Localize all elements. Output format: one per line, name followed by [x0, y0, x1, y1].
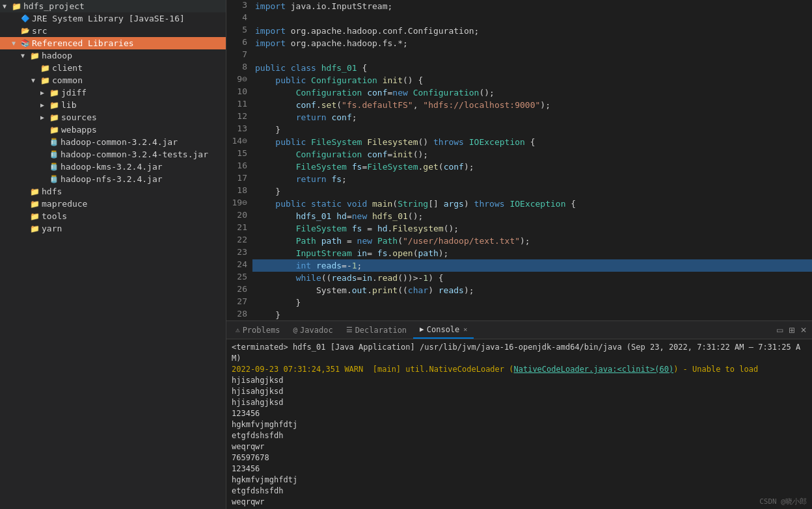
line-content: } [252, 124, 812, 136]
sidebar: ▼ 📁 hdfs_project ▶ 🔷 JRE System Library … [0, 0, 226, 509]
sidebar-item-mapreduce[interactable]: ▶ 📁 mapreduce [0, 198, 226, 210]
arrow-mapreduce: ▶ [21, 200, 30, 207]
sidebar-item-hdfs-project[interactable]: ▼ 📁 hdfs_project [0, 0, 226, 12]
table-row: 23 InputStream in= fs.open(path); [226, 247, 812, 259]
console-line: hjisahgjksd [232, 375, 807, 386]
sidebar-item-hdfs[interactable]: ▶ 📁 hdfs [0, 185, 226, 198]
sidebar-label-client: client [52, 63, 83, 73]
lib-folder-icon: 📁 [49, 101, 59, 110]
arrow-hadoop: ▼ [21, 52, 30, 59]
line-number: 3 [226, 0, 252, 12]
line-content: } [252, 309, 812, 320]
console-line: 123456 [232, 408, 807, 419]
table-row: 12 return conf; [226, 111, 812, 124]
table-row: 10 Configuration conf=new Configuration(… [226, 86, 812, 99]
table-row: 27 } [226, 296, 812, 309]
sidebar-label-hadoop-common-jar: hadoop-common-3.2.4.jar [61, 137, 178, 147]
line-number: 4 [226, 12, 252, 25]
sidebar-item-webapps[interactable]: ▶ 📁 webapps [0, 124, 226, 136]
sidebar-item-hadoop-common-tests-jar[interactable]: ▶ 🫙 hadoop-common-3.2.4-tests.jar [0, 148, 226, 161]
console-icon: ▶ [420, 325, 424, 333]
tab-console[interactable]: ▶ Console ✕ [413, 321, 474, 339]
arrow-hkms-jar: ▶ [40, 163, 49, 170]
src-icon: 📂 [21, 27, 30, 35]
sidebar-item-yarn[interactable]: ▶ 📁 yarn [0, 222, 226, 235]
console-tab-close[interactable]: ✕ [463, 326, 467, 333]
code-area[interactable]: 3 import java.io.InputStream; 4 5 import… [226, 0, 812, 320]
maximize-btn[interactable]: ⊞ [786, 324, 798, 336]
table-row: 26 System.out.print((char) reads); [226, 284, 812, 296]
table-row: 16 FileSystem fs=FileSystem.get(conf); [226, 161, 812, 173]
arrow-common: ▼ [31, 77, 40, 84]
table-row: 28 } [226, 309, 812, 320]
tab-declaration[interactable]: ☰ Declaration [340, 321, 413, 339]
table-row: 18 } [226, 185, 812, 198]
sidebar-item-hadoop-kms-jar[interactable]: ▶ 🫙 hadoop-kms-3.2.4.jar [0, 161, 226, 173]
line-number: 24 [226, 259, 252, 272]
line-number: 27 [226, 296, 252, 309]
sidebar-label-common: common [52, 75, 83, 85]
line-content: System.out.print((char) reads); [252, 284, 812, 296]
arrow-hdfs-project: ▼ [3, 3, 12, 10]
console-line: etgfdshsfdh [232, 486, 807, 497]
sidebar-label-hadoop-nfs-jar: hadoop-nfs-3.2.4.jar [61, 174, 163, 184]
sidebar-item-hadoop-nfs-jar[interactable]: ▶ 🫙 hadoop-nfs-3.2.4.jar [0, 173, 226, 185]
table-row: 19⊖ public static void main(String[] arg… [226, 198, 812, 210]
table-row: 3 import java.io.InputStream; [226, 0, 812, 12]
arrow-tools: ▶ [21, 213, 30, 220]
bottom-panel: ⚠ Problems @ Javadoc ☰ Declaration ▶ Con… [226, 320, 812, 509]
mapreduce-folder-icon: 📁 [30, 200, 40, 209]
sidebar-item-hadoop[interactable]: ▼ 📁 hadoop [0, 49, 226, 62]
sidebar-label-hadoop-kms-jar: hadoop-kms-3.2.4.jar [61, 162, 163, 172]
arrow-hct-jar: ▶ [40, 151, 49, 158]
sidebar-item-referenced-libraries[interactable]: ▼ 📚 Referenced Libraries [0, 37, 226, 49]
line-content: Path path = new Path("/user/hadoop/text.… [252, 235, 812, 247]
sidebar-item-tools[interactable]: ▶ 📁 tools [0, 210, 226, 222]
reflibrary-icon: 📚 [21, 39, 30, 47]
tab-javadoc[interactable]: @ Javadoc [286, 321, 339, 339]
client-folder-icon: 📁 [40, 64, 50, 73]
line-number: 14⊖ [226, 136, 252, 148]
line-content: Configuration conf=new Configuration(); [252, 86, 812, 99]
sidebar-item-src[interactable]: ▶ 📂 src [0, 25, 226, 37]
tab-javadoc-label: Javadoc [300, 326, 333, 335]
sidebar-item-jdiff[interactable]: ▶ 📁 jdiff [0, 86, 226, 99]
arrow-webapps: ▶ [40, 126, 49, 133]
sidebar-item-sources[interactable]: ▶ 📁 sources [0, 111, 226, 124]
line-number: 12 [226, 111, 252, 124]
line-content: import org.apache.hadoop.conf.Configurat… [252, 25, 812, 37]
sidebar-item-lib[interactable]: ▶ 📁 lib [0, 99, 226, 111]
line-content: } [252, 296, 812, 309]
tab-problems[interactable]: ⚠ Problems [229, 321, 286, 339]
close-panel-btn[interactable]: ✕ [798, 324, 809, 336]
line-number: 21 [226, 222, 252, 235]
sidebar-item-jre[interactable]: ▶ 🔷 JRE System Library [JavaSE-16] [0, 12, 226, 25]
sidebar-label-hdfs-project: hdfs_project [23, 1, 85, 11]
line-number: 17 [226, 173, 252, 185]
table-row: 25 while((reads=in.read())>-1) { [226, 272, 812, 284]
console-line: 2022-09-23 07:31:24,351 WARN [main] util… [232, 364, 807, 375]
line-number: 26 [226, 284, 252, 296]
table-row: 8 public class hdfs_01 { [226, 62, 812, 74]
sidebar-item-client[interactable]: ▶ 📁 client [0, 62, 226, 74]
project-icon: 📁 [12, 2, 21, 11]
line-number: 28 [226, 309, 252, 320]
line-content [252, 49, 812, 62]
table-row: 6 import org.apache.hadoop.fs.*; [226, 37, 812, 49]
line-content: import java.io.InputStream; [252, 0, 812, 12]
sidebar-item-common[interactable]: ▼ 📁 common [0, 74, 226, 86]
line-number: 13 [226, 124, 252, 136]
minimize-btn[interactable]: ▭ [774, 324, 786, 336]
table-row: 4 [226, 12, 812, 25]
editor-panel: 3 import java.io.InputStream; 4 5 import… [226, 0, 812, 509]
sidebar-item-hadoop-common-jar[interactable]: ▶ 🫙 hadoop-common-3.2.4.jar [0, 136, 226, 148]
arrow-client: ▶ [31, 64, 40, 72]
sidebar-label-referenced-libraries: Referenced Libraries [32, 38, 134, 48]
common-folder-icon: 📁 [40, 76, 50, 85]
console-link[interactable]: NativeCodeLoader.java:<clinit>(60) [513, 365, 673, 374]
console-content: <terminated> hdfs_01 [Java Application] … [226, 339, 812, 509]
table-row: 7 [226, 49, 812, 62]
table-row: 17 return fs; [226, 173, 812, 185]
tab-declaration-label: Declaration [355, 326, 407, 335]
watermark: CSDN @晓小郎 [759, 497, 807, 506]
